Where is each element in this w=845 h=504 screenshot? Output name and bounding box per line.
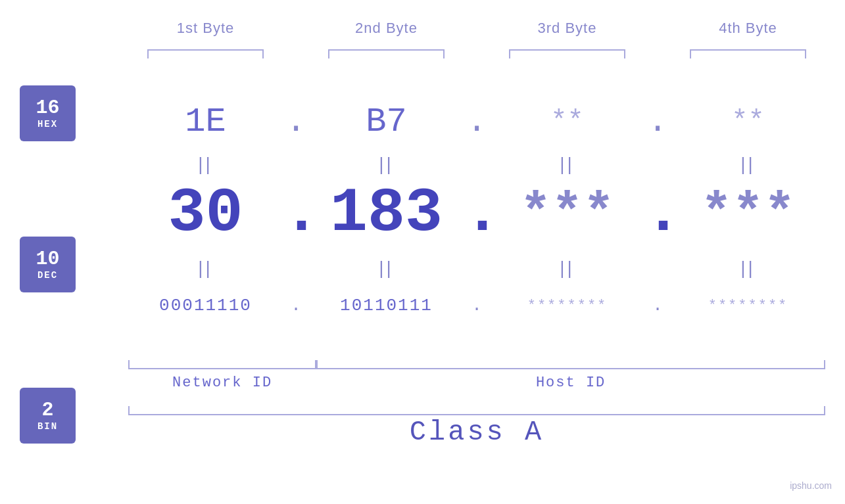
bin-b4: ******** [671, 298, 825, 314]
byte-header-1: 1st Byte [128, 20, 283, 37]
dec-b3: *** [490, 184, 644, 244]
bin-badge-label: BIN [37, 421, 58, 432]
eq1-b3: || [490, 154, 644, 175]
hex-b1: 1E [128, 103, 283, 141]
hex-dot2: . [464, 103, 490, 141]
eq1-b1: || [128, 154, 283, 175]
dec-row: 30 . 183 . *** . *** [128, 177, 825, 250]
bin-dot1: . [283, 296, 309, 315]
eq2-b2: || [309, 258, 464, 279]
eq2-b4: || [671, 258, 825, 279]
dec-dot3: . [644, 178, 671, 249]
hex-b2: B7 [309, 103, 464, 141]
byte-header-4: 4th Byte [671, 20, 825, 37]
network-id-bracket [128, 360, 316, 369]
watermark: ipshu.com [790, 480, 832, 491]
host-id-bracket [316, 360, 825, 369]
bin-badge: 2 BIN [20, 388, 76, 444]
main-container: 1st Byte 2nd Byte 3rd Byte 4th Byte 16 H… [0, 0, 845, 504]
hex-badge: 16 HEX [20, 85, 76, 141]
hex-badge-num: 16 [36, 97, 59, 119]
dec-dot2: . [464, 178, 490, 249]
dec-dot1: . [283, 178, 309, 249]
eq2-b3: || [490, 258, 644, 279]
outer-bottom-bracket [128, 406, 825, 415]
bin-row: 00011110 . 10110111 . ******** . *******… [128, 286, 825, 325]
network-id-label: Network ID [128, 375, 316, 391]
bin-dot2: . [464, 296, 490, 315]
equals-row-2: || || || || [128, 255, 825, 281]
byte-header-2: 2nd Byte [309, 20, 464, 37]
byte-header-3: 3rd Byte [490, 20, 644, 37]
bin-b3: ******** [490, 298, 644, 314]
left-badges: 16 HEX 10 DEC 2 BIN [20, 85, 76, 444]
eq1-b2: || [309, 154, 464, 175]
byte-headers: 1st Byte 2nd Byte 3rd Byte 4th Byte [128, 20, 825, 37]
eq2-b1: || [128, 258, 283, 279]
top-brackets [128, 49, 825, 58]
dec-b2: 183 [309, 178, 464, 249]
bin-badge-num: 2 [41, 400, 53, 421]
dec-badge-num: 10 [36, 248, 59, 270]
bin-b1: 00011110 [128, 296, 283, 315]
dec-b4: *** [671, 184, 825, 244]
host-id-label: Host ID [316, 375, 825, 391]
hex-dot1: . [283, 103, 309, 141]
eq1-b4: || [671, 154, 825, 175]
hex-dot3: . [644, 103, 671, 141]
equals-row-1: || || || || [128, 151, 825, 177]
bin-b2: 10110111 [309, 296, 464, 315]
hex-row: 1E . B7 . ** . ** [128, 95, 825, 148]
class-a-label: Class A [128, 417, 825, 448]
dec-badge: 10 DEC [20, 237, 76, 292]
dec-b1: 30 [128, 178, 283, 249]
hex-b3: ** [490, 106, 644, 137]
bin-dot3: . [644, 296, 671, 315]
hex-badge-label: HEX [37, 119, 58, 129]
content-grid: 1E . B7 . ** . ** || || || || 30 . 183 .… [128, 85, 825, 465]
dec-badge-label: DEC [37, 270, 58, 281]
hex-b4: ** [671, 106, 825, 137]
